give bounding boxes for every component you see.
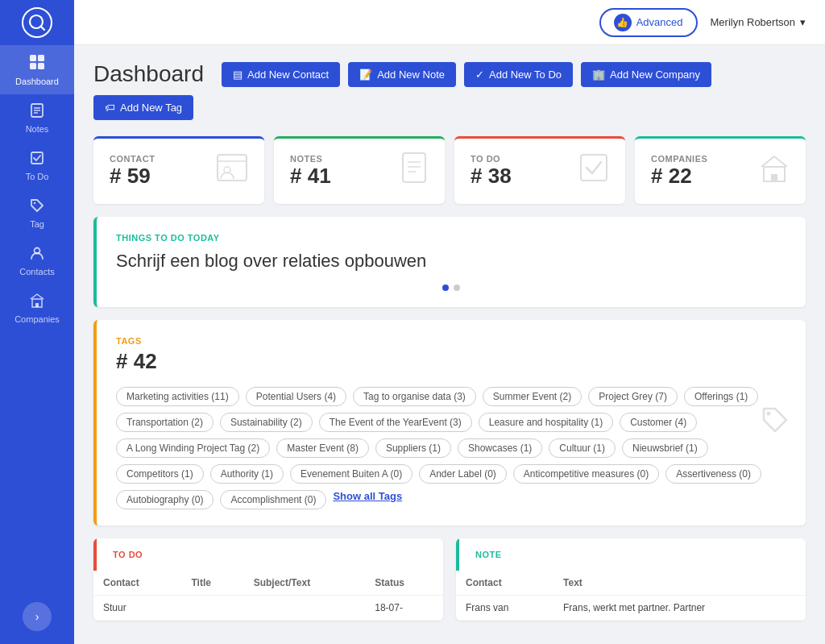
tags-label: TAGS <box>116 336 786 346</box>
svg-rect-2 <box>30 55 36 61</box>
tag-chip[interactable]: Autobiography (0) <box>116 490 214 509</box>
add-contact-label: Add New Contact <box>247 69 329 81</box>
sidebar-item-tag[interactable]: Tag <box>0 189 74 237</box>
todo-col-contact: Contact <box>93 571 181 596</box>
todo-col-subject: Subject/Text <box>244 571 366 596</box>
stat-card-contact[interactable]: CONTACT # 59 <box>93 136 264 204</box>
note-table-header-row: Contact Text <box>456 571 806 596</box>
tag-chip[interactable]: Showcases (1) <box>458 438 542 458</box>
note-table-body: Frans van Frans, werkt met partner. Part… <box>456 596 806 621</box>
todo-col-title: Title <box>181 571 243 596</box>
add-todo-button[interactable]: ✓ Add New To Do <box>464 62 573 87</box>
thumbup-icon: 👍 <box>614 14 632 31</box>
sidebar-item-contacts[interactable]: Contacts <box>0 237 74 285</box>
today-text: Schrijf een blog over relaties opbouwen <box>116 251 786 272</box>
dot-active[interactable] <box>442 285 449 291</box>
stats-row: CONTACT # 59 NOTES # 41 <box>93 136 806 204</box>
tag-chip[interactable]: Sustainability (2) <box>220 413 313 432</box>
sidebar-item-notes[interactable]: Notes <box>0 94 74 142</box>
tag-chip[interactable]: Ander Label (0) <box>419 464 507 484</box>
tag-chip[interactable]: Accomplishment (0) <box>220 490 326 509</box>
sidebar-item-dashboard[interactable]: Dashboard <box>0 45 74 94</box>
stat-card-notes[interactable]: NOTES # 41 <box>274 136 445 204</box>
add-company-button[interactable]: 🏢 Add New Company <box>581 62 711 87</box>
tag-chip[interactable]: Anticompetitive measures (0) <box>513 464 659 484</box>
tag-chip[interactable]: Marketing activities (11) <box>116 387 239 406</box>
contacts-icon <box>29 245 45 264</box>
dashboard-header: Dashboard ▤ Add New Contact 📝 Add New No… <box>93 61 806 120</box>
todo-col-status: Status <box>365 571 443 596</box>
user-dropdown-icon: ▾ <box>800 16 806 28</box>
stat-notes-value: # 41 <box>290 164 331 189</box>
sidebar-item-todo[interactable]: To Do <box>0 142 74 189</box>
table-row: Frans van Frans, werkt met partner. Part… <box>456 596 806 621</box>
add-company-icon: 🏢 <box>592 69 605 81</box>
tag-chip[interactable]: Cultuur (1) <box>549 438 616 458</box>
tag-chip[interactable]: Transportation (2) <box>116 413 214 432</box>
main-area: 👍 Advanced Merilyn Robertson ▾ Dashboard… <box>74 0 825 644</box>
tag-chip[interactable]: Tag to organise data (3) <box>353 387 476 406</box>
tag-chip[interactable]: Suppliers (1) <box>375 438 451 458</box>
tag-chip[interactable]: A Long Winding Project Tag (2) <box>116 438 270 458</box>
add-company-label: Add New Company <box>610 69 700 81</box>
tag-chip[interactable]: Offerings (1) <box>684 387 758 406</box>
tag-chip[interactable]: Customer (4) <box>620 413 697 432</box>
add-contact-button[interactable]: ▤ Add New Contact <box>222 62 340 87</box>
logo-icon[interactable] <box>22 7 52 38</box>
tag-chip[interactable]: Competitors (1) <box>116 464 204 484</box>
tags-count: # 42 <box>116 349 786 374</box>
topbar: 👍 Advanced Merilyn Robertson ▾ <box>74 0 825 45</box>
tag-chip[interactable]: Nieuwsbrief (1) <box>622 438 708 458</box>
dot-inactive[interactable] <box>454 285 460 291</box>
table-row: Stuur 18-07- <box>93 596 443 621</box>
tag-chip[interactable]: Leasure and hospitality (1) <box>479 413 613 432</box>
stat-companies-info: COMPANIES # 22 <box>651 154 707 189</box>
tag-chip[interactable]: The Event of the YearEvent (3) <box>319 413 472 432</box>
tags-card: TAGS # 42 Marketing activities (11)Poten… <box>93 320 806 526</box>
add-tag-button[interactable]: 🏷 Add New Tag <box>93 95 193 120</box>
todo-row-contact: Stuur <box>93 596 181 621</box>
tag-chip[interactable]: Summer Event (2) <box>483 387 582 406</box>
stat-todo-icon <box>578 152 609 190</box>
stat-contact-label: CONTACT <box>110 154 155 164</box>
tag-decorative-icon <box>761 405 790 441</box>
add-todo-icon: ✓ <box>475 69 484 81</box>
svg-rect-4 <box>30 63 36 69</box>
add-tag-icon: 🏷 <box>105 102 115 114</box>
show-all-tags-link[interactable]: Show all Tags <box>333 490 402 509</box>
todo-row-status: 18-07- <box>365 596 443 621</box>
tag-chip[interactable]: Master Event (8) <box>276 438 369 458</box>
tag-chip[interactable]: Potential Users (4) <box>246 387 346 406</box>
tag-chip[interactable]: Authority (1) <box>210 464 284 484</box>
svg-point-25 <box>767 411 771 415</box>
svg-rect-14 <box>35 303 39 307</box>
svg-point-11 <box>34 202 35 204</box>
sidebar-item-tag-label: Tag <box>30 219 44 229</box>
note-col-contact: Contact <box>456 571 553 596</box>
user-menu[interactable]: Merilyn Robertson ▾ <box>711 16 806 28</box>
stat-card-todo[interactable]: TO DO # 38 <box>454 136 625 204</box>
add-tag-label: Add New Tag <box>120 102 182 114</box>
content-area: Dashboard ▤ Add New Contact 📝 Add New No… <box>74 45 825 644</box>
add-todo-label: Add New To Do <box>489 69 562 81</box>
svg-rect-24 <box>771 174 777 181</box>
add-note-button[interactable]: 📝 Add New Note <box>348 62 456 87</box>
tag-chip[interactable]: Evenement Buiten A (0) <box>290 464 412 484</box>
advanced-button[interactable]: 👍 Advanced <box>599 8 698 37</box>
tag-chip[interactable]: Assertiveness (0) <box>665 464 761 484</box>
bottom-row: TO DO Contact Title Subject/Text Status … <box>93 538 806 621</box>
carousel-dots <box>116 285 786 291</box>
stat-contact-value: # 59 <box>110 164 155 189</box>
sidebar-expand-button[interactable]: › <box>23 602 52 631</box>
stat-contact-icon <box>216 153 248 189</box>
svg-rect-3 <box>38 55 44 61</box>
sidebar-item-contacts-label: Contacts <box>19 267 54 276</box>
tag-chip[interactable]: Project Grey (7) <box>588 387 678 406</box>
add-note-icon: 📝 <box>359 69 372 81</box>
stat-card-companies[interactable]: COMPANIES # 22 <box>635 136 806 204</box>
todo-icon <box>29 150 45 168</box>
sidebar-item-companies[interactable]: Companies <box>0 285 74 332</box>
sidebar-item-notes-label: Notes <box>26 124 49 134</box>
sidebar-logo <box>0 0 74 45</box>
dashboard-icon <box>28 53 46 73</box>
